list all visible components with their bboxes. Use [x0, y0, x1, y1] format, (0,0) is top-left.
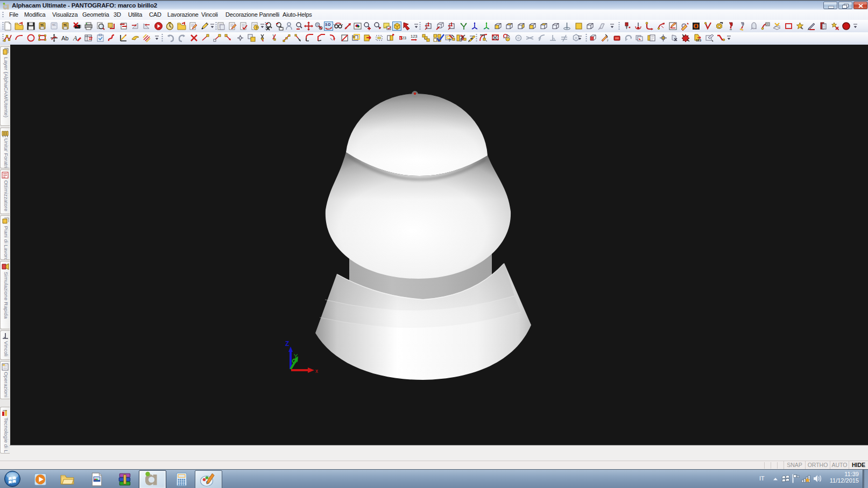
svg-text:?: ?: [460, 38, 462, 43]
svg-text:?: ?: [448, 38, 451, 43]
svg-text:23: 23: [402, 36, 406, 40]
svg-text:123: 123: [411, 34, 418, 39]
svg-text:A: A: [73, 34, 77, 42]
svg-text:Ab: Ab: [61, 35, 68, 41]
svg-text:y: y: [607, 38, 609, 41]
svg-text:123: 123: [696, 39, 702, 42]
svg-text:Y: Y: [294, 353, 298, 359]
svg-text:1: 1: [400, 37, 401, 40]
svg-text:30: 30: [766, 23, 770, 26]
svg-text:NC: NC: [63, 23, 68, 26]
svg-text:Z: Z: [285, 340, 289, 348]
svg-text:?: ?: [255, 26, 257, 30]
svg-text:NC: NC: [40, 23, 45, 26]
svg-text:NC: NC: [52, 23, 57, 26]
svg-text:3-D: 3-D: [325, 23, 331, 26]
svg-text:x: x: [315, 368, 318, 374]
